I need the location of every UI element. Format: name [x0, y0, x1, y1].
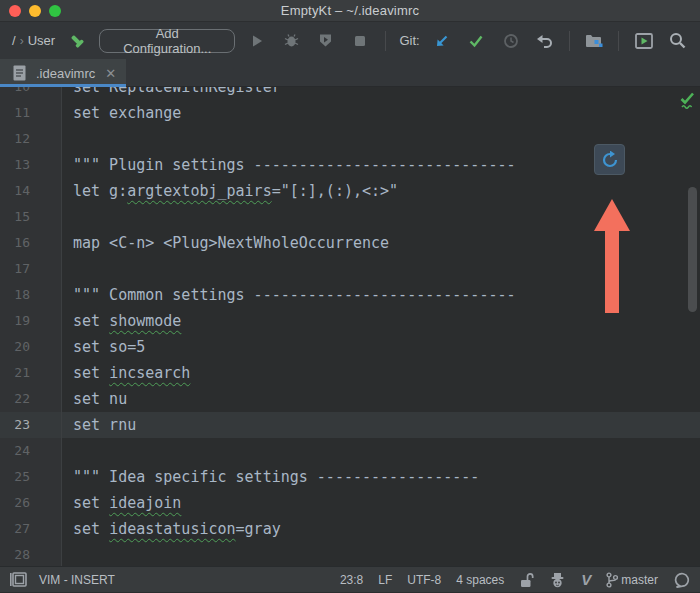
code-text: map <C-n> <Plug>NextWholeOccurrence — [62, 230, 389, 256]
line-number[interactable]: 27 — [0, 516, 62, 542]
run-with-coverage-button[interactable] — [314, 28, 338, 54]
git-commit-button[interactable] — [464, 28, 488, 54]
status-bar: VIM - INSERT 23:8 LF UTF-8 4 spaces — [0, 566, 700, 592]
toolbar-separator — [385, 31, 386, 51]
line-number[interactable]: 13 — [0, 152, 62, 178]
code-text: """ Common settings --------------------… — [62, 282, 516, 308]
code-text — [62, 438, 73, 464]
editor-line[interactable]: 11set exchange — [0, 100, 700, 126]
inspections-hector-icon[interactable] — [549, 572, 566, 588]
editor-line[interactable]: 21set incsearch — [0, 360, 700, 386]
run-button[interactable] — [245, 28, 269, 54]
title-bar: EmptyKt – ~/.ideavimrc — [0, 0, 700, 22]
toolwindow-toggle-icon[interactable] — [10, 572, 27, 587]
window-title: EmptyKt – ~/.ideavimrc — [281, 3, 419, 18]
close-tab-icon[interactable]: ✕ — [105, 67, 116, 80]
editor-pane[interactable]: 10set ReplaceWithRegister11set exchange1… — [0, 87, 700, 566]
branch-icon — [606, 572, 618, 588]
editor-line[interactable]: 10set ReplaceWithRegister — [0, 87, 700, 100]
ideavim-icon[interactable]: V — [581, 572, 591, 587]
code-text: set showmode — [62, 308, 181, 334]
git-update-button[interactable] — [430, 28, 454, 54]
toolbar-separator — [618, 31, 619, 51]
code-text: set incsearch — [62, 360, 190, 386]
run-anything-button[interactable] — [631, 28, 655, 54]
line-number[interactable]: 11 — [0, 100, 62, 126]
stop-button[interactable] — [348, 28, 372, 54]
branch-name: master — [621, 573, 658, 587]
editor-line[interactable]: 23set rnu — [0, 412, 700, 438]
line-number[interactable]: 25 — [0, 464, 62, 490]
line-number[interactable]: 24 — [0, 438, 62, 464]
code-text — [62, 126, 73, 152]
history-button[interactable] — [498, 28, 522, 54]
line-number[interactable]: 23 — [0, 412, 62, 438]
editor-tab-bar: .ideavimrc ✕ — [0, 59, 700, 87]
line-number[interactable]: 20 — [0, 334, 62, 360]
code-text — [62, 542, 73, 566]
editor-line[interactable]: 26set ideajoin — [0, 490, 700, 516]
zoom-window-button[interactable] — [49, 5, 61, 17]
line-number[interactable]: 17 — [0, 256, 62, 282]
build-project-button[interactable] — [65, 28, 89, 54]
debug-button[interactable] — [279, 28, 303, 54]
project-structure-button[interactable] — [582, 28, 606, 54]
search-everywhere-button[interactable] — [666, 28, 690, 54]
line-number[interactable]: 18 — [0, 282, 62, 308]
code-text: set exchange — [62, 100, 181, 126]
bug-icon — [284, 33, 299, 48]
line-number[interactable]: 22 — [0, 386, 62, 412]
file-encoding[interactable]: UTF-8 — [407, 573, 441, 587]
clock-icon — [503, 33, 519, 49]
stop-icon — [354, 35, 366, 47]
line-number[interactable]: 28 — [0, 542, 62, 566]
traffic-lights — [9, 5, 61, 17]
inspection-ok-icon[interactable] — [679, 91, 696, 111]
notifications-icon[interactable] — [673, 572, 690, 588]
rollback-button[interactable] — [533, 28, 557, 54]
line-number[interactable]: 12 — [0, 126, 62, 152]
editor-line[interactable]: 24 — [0, 438, 700, 464]
main-toolbar: / › User Add Configuration... — [0, 22, 700, 59]
code-text: let g:argtextobj_pairs="[:],(:),<:>" — [62, 178, 398, 204]
line-number[interactable]: 16 — [0, 230, 62, 256]
editor-line[interactable]: 28 — [0, 542, 700, 566]
indent-setting[interactable]: 4 spaces — [456, 573, 504, 587]
line-number[interactable]: 10 — [0, 87, 62, 100]
console-run-icon — [635, 33, 653, 49]
add-configuration-button[interactable]: Add Configuration... — [99, 29, 235, 53]
tab-label: .ideavimrc — [36, 66, 95, 81]
tab-ideavimrc[interactable]: .ideavimrc ✕ — [0, 59, 126, 87]
breadcrumb-root[interactable]: / — [12, 33, 16, 48]
arrow-down-left-icon — [434, 33, 450, 49]
breadcrumb-item-user[interactable]: User — [28, 33, 55, 48]
line-number[interactable]: 21 — [0, 360, 62, 386]
line-number[interactable]: 19 — [0, 308, 62, 334]
line-ending[interactable]: LF — [378, 573, 392, 587]
git-branch-widget[interactable]: master — [606, 572, 658, 588]
chevron-right-icon: › — [20, 34, 24, 48]
editor-scrollbar[interactable] — [688, 187, 697, 312]
close-window-button[interactable] — [9, 5, 21, 17]
editor-line[interactable]: 20set so=5 — [0, 334, 700, 360]
line-number[interactable]: 14 — [0, 178, 62, 204]
minimize-window-button[interactable] — [29, 5, 41, 17]
annotation-arrow-up — [590, 197, 634, 315]
reload-ideavimrc-button[interactable] — [594, 144, 625, 175]
code-text: """ Plugin settings --------------------… — [62, 152, 516, 178]
editor-line[interactable]: 22set nu — [0, 386, 700, 412]
unlock-icon[interactable] — [519, 572, 534, 588]
line-number[interactable]: 15 — [0, 204, 62, 230]
editor-line[interactable]: 25""" Idea specific settings -----------… — [0, 464, 700, 490]
code-text: set ReplaceWithRegister — [62, 87, 281, 100]
hammer-icon — [68, 32, 86, 50]
line-number[interactable]: 26 — [0, 490, 62, 516]
ide-window: EmptyKt – ~/.ideavimrc / › User Add Conf… — [0, 0, 700, 593]
code-text: set rnu — [62, 412, 136, 438]
editor-line[interactable]: 27set ideastatusicon=gray — [0, 516, 700, 542]
search-icon — [669, 32, 686, 49]
vim-mode-indicator[interactable]: VIM - INSERT — [39, 573, 115, 587]
undo-arrow-icon — [536, 33, 553, 49]
code-text: set ideajoin — [62, 490, 181, 516]
caret-position[interactable]: 23:8 — [340, 573, 363, 587]
